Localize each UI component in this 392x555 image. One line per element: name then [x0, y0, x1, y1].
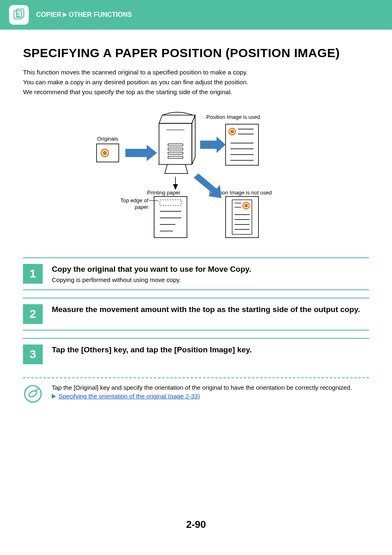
svg-marker-16 — [125, 145, 157, 161]
step-title: Copy the original that you want to use f… — [52, 265, 369, 274]
svg-rect-9 — [168, 148, 183, 150]
page-title: SPECIFYING A PAPER POSITION (POSITION IM… — [23, 46, 369, 60]
step-number: 2 — [23, 304, 43, 324]
diagram-top-edge-label2: paper — [135, 204, 149, 210]
chevron-right-icon — [63, 12, 67, 17]
diagram-used-label: Position Image is used — [206, 114, 260, 120]
svg-point-19 — [231, 130, 234, 134]
step-number: 1 — [23, 264, 43, 284]
copier-section-icon — [9, 5, 29, 25]
svg-marker-12 — [173, 184, 178, 190]
note-icon — [23, 384, 43, 404]
breadcrumb-section[interactable]: COPIER — [36, 11, 61, 18]
svg-marker-26 — [200, 136, 226, 153]
page-number: 2-90 — [0, 519, 392, 543]
diagram-originals-label: Originals — [97, 136, 118, 142]
svg-rect-11 — [168, 156, 183, 158]
intro-text: This function moves the scanned original… — [23, 67, 369, 97]
note-link[interactable]: Specifying the orientation of the origin… — [58, 393, 200, 400]
diagram-top-edge-label1: Top edge of — [120, 197, 148, 204]
svg-point-45 — [25, 386, 41, 402]
breadcrumb: COPIER OTHER FUNCTIONS — [36, 11, 132, 18]
step-desc: Copying is performed without using move … — [52, 276, 369, 283]
svg-marker-48 — [52, 394, 56, 399]
note-text: Tap the [Original] key and specify the o… — [52, 384, 369, 391]
svg-rect-10 — [168, 152, 183, 154]
note-separator — [23, 377, 369, 378]
page-header: COPIER OTHER FUNCTIONS — [0, 0, 392, 30]
intro-line: We recommend that you specify the top as… — [23, 87, 369, 97]
step-1: 1 Copy the original that you want to use… — [23, 257, 369, 290]
svg-rect-28 — [160, 200, 181, 206]
diagram-printing-paper-label: Printing paper — [147, 190, 181, 196]
breadcrumb-subsection[interactable]: OTHER FUNCTIONS — [69, 11, 132, 18]
note: Tap the [Original] key and specify the o… — [23, 384, 369, 416]
step-2: 2 Measure the movement amount with the t… — [23, 298, 369, 331]
link-arrow-icon — [52, 394, 56, 399]
svg-rect-17 — [226, 124, 258, 165]
intro-line: This function moves the scanned original… — [23, 67, 369, 77]
svg-marker-44 — [194, 173, 221, 198]
svg-rect-34 — [226, 197, 258, 238]
step-3: 3 Tap the [Others] key, and tap the [Pos… — [23, 338, 369, 370]
svg-rect-27 — [154, 197, 187, 238]
diagram: Originals Position Image is used — [23, 109, 369, 246]
step-title: Measure the movement amount with the top… — [52, 305, 369, 314]
step-title: Tap the [Others] key, and tap the [Posit… — [52, 345, 369, 354]
svg-rect-8 — [168, 144, 183, 146]
step-number: 3 — [23, 345, 43, 364]
svg-marker-5 — [63, 12, 67, 17]
svg-rect-13 — [97, 144, 119, 162]
svg-point-37 — [244, 204, 248, 208]
svg-point-15 — [103, 151, 107, 155]
svg-line-47 — [36, 389, 38, 391]
intro-line: You can make a copy in any desired posit… — [23, 77, 369, 87]
